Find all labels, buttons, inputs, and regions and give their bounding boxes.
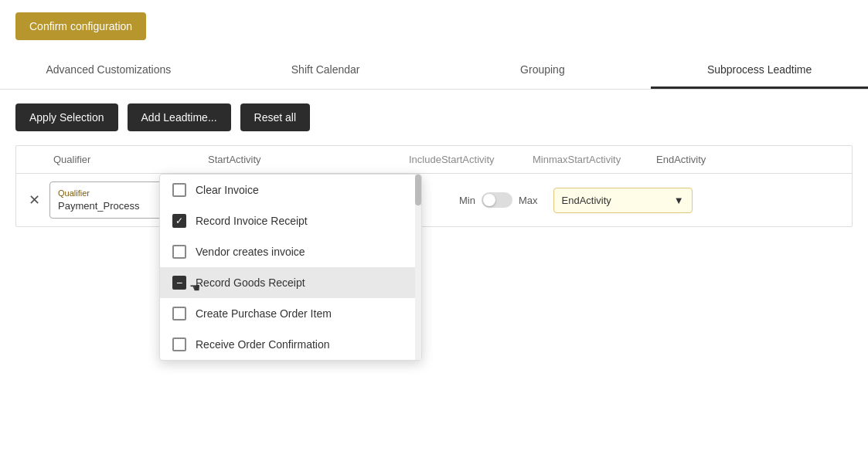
col-header-minmax: MinmaxStartActivity [533, 154, 656, 165]
start-activity-dropdown[interactable]: Clear Invoice Record Invoice Receipt Ven… [159, 174, 422, 361]
table-header-row: Qualifier StartActivity IncludeStartActi… [16, 146, 852, 174]
col-header-start-activity: StartActivity [208, 154, 409, 165]
action-bar: Apply Selection Add Leadtime... Reset al… [0, 90, 868, 145]
toggle-min-label: Min [459, 195, 475, 206]
col-header-qualifier: Qualifier [53, 154, 208, 165]
dropdown-label-vendor-invoice: Vendor creates invoice [196, 246, 305, 258]
dropdown-label-clear-invoice: Clear Invoice [196, 184, 259, 196]
confirm-config-button[interactable]: Confirm configuration [15, 12, 146, 40]
qualifier-field-label: Qualifier [58, 188, 165, 198]
tab-advanced-customizations[interactable]: Advanced Customizations [0, 53, 217, 89]
dropdown-item-vendor-invoice[interactable]: Vendor creates invoice [160, 236, 421, 267]
dropdown-item-create-po[interactable]: Create Purchase Order Item [160, 298, 421, 329]
end-activity-select[interactable]: EndActivity ▼ [553, 188, 693, 213]
dropdown-label-record-goods: Record Goods Receipt [196, 276, 305, 289]
scroll-thumb[interactable] [415, 175, 421, 205]
qualifier-field-value: Payment_Process [58, 200, 140, 212]
dropdown-label-create-po: Create Purchase Order Item [196, 307, 332, 320]
checkbox-clear-invoice[interactable] [172, 183, 186, 197]
apply-selection-button[interactable]: Apply Selection [15, 103, 118, 131]
checkbox-record-invoice[interactable] [172, 214, 186, 228]
tab-subprocess-leadtime[interactable]: Subprocess Leadtime [651, 53, 868, 89]
dropdown-label-receive-order: Receive Order Confirmation [196, 338, 330, 351]
dropdown-item-clear-invoice[interactable]: Clear Invoice [160, 175, 421, 205]
dropdown-item-receive-order[interactable]: Receive Order Confirmation [160, 329, 421, 360]
toggle-knob [483, 194, 495, 206]
col-header-include-start: IncludeStartActivity [409, 154, 533, 165]
checkbox-record-goods[interactable]: ☚ [172, 276, 186, 290]
qualifier-field[interactable]: Qualifier Payment_Process [49, 181, 173, 219]
dropdown-scroll-area[interactable]: Clear Invoice Record Invoice Receipt Ven… [160, 175, 421, 360]
table-row: ✕ Qualifier Payment_Process Clear Invoic… [16, 174, 852, 226]
minmax-toggle[interactable] [482, 192, 512, 208]
dropdown-label-record-invoice: Record Invoice Receipt [196, 215, 308, 227]
checkbox-vendor-invoice[interactable] [172, 245, 186, 259]
scroll-indicator[interactable] [415, 175, 421, 360]
dropdown-item-record-goods[interactable]: ☚ Record Goods Receipt [160, 267, 421, 298]
dropdown-item-record-invoice[interactable]: Record Invoice Receipt [160, 205, 421, 236]
top-bar: Confirm configuration [0, 0, 868, 53]
delete-row-icon[interactable]: ✕ [29, 192, 40, 209]
add-leadtime-button[interactable]: Add Leadtime... [128, 103, 231, 131]
col-header-end-activity: EndActivity [656, 154, 811, 165]
reset-all-button[interactable]: Reset all [240, 103, 310, 131]
tabs-bar: Advanced Customizations Shift Calendar G… [0, 53, 868, 90]
end-activity-chevron-icon: ▼ [674, 195, 684, 206]
toggle-max-label: Max [519, 195, 538, 206]
tab-shift-calendar[interactable]: Shift Calendar [217, 53, 434, 89]
minmax-toggle-group: Min Max [459, 192, 538, 208]
tab-grouping[interactable]: Grouping [434, 53, 652, 89]
checkbox-create-po[interactable] [172, 307, 186, 320]
checkbox-receive-order[interactable] [172, 337, 186, 351]
toggle-group-container: Min Max [459, 192, 538, 208]
end-activity-value: EndActivity [562, 195, 611, 206]
leadtime-table: Qualifier StartActivity IncludeStartActi… [15, 145, 853, 227]
